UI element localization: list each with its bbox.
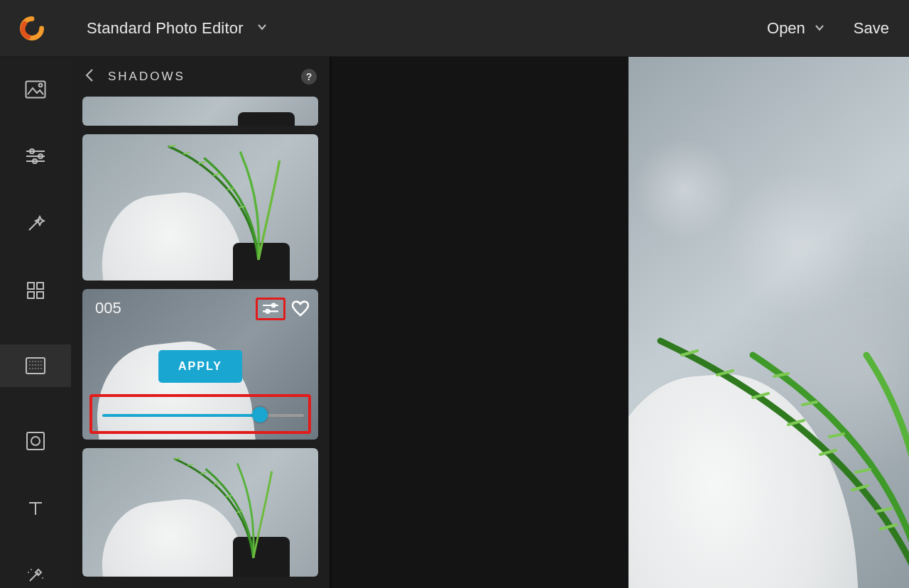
- svg-point-20: [35, 364, 36, 366]
- app-header: Standard Photo Editor Open Save: [0, 0, 909, 57]
- slider-track-filled: [102, 414, 260, 417]
- svg-point-29: [31, 437, 40, 445]
- svg-point-22: [40, 364, 42, 366]
- logo-icon: [20, 16, 44, 40]
- save-button[interactable]: Save: [854, 19, 889, 38]
- open-button[interactable]: Open: [767, 19, 825, 38]
- panel-header: SHADOWS ?: [71, 57, 330, 97]
- plant-icon: [134, 454, 299, 558]
- svg-point-13: [29, 361, 31, 362]
- svg-rect-8: [28, 283, 34, 289]
- app-logo: [20, 16, 44, 40]
- open-button-label: Open: [767, 19, 805, 38]
- highlight-box: [256, 298, 285, 320]
- presets-panel: SHADOWS ?: [71, 57, 332, 588]
- svg-point-26: [38, 368, 39, 369]
- svg-point-23: [29, 368, 31, 369]
- svg-rect-28: [27, 432, 44, 450]
- preview-image[interactable]: [628, 57, 909, 588]
- rail-lens[interactable]: [18, 428, 53, 454]
- chevron-left-icon: [84, 67, 95, 83]
- svg-point-18: [29, 364, 31, 366]
- svg-point-14: [32, 361, 33, 362]
- rail-presets[interactable]: [0, 344, 71, 387]
- plant-icon: [639, 312, 909, 588]
- svg-point-27: [40, 368, 42, 369]
- preset-card[interactable]: [82, 97, 318, 126]
- preset-card-actions: [256, 298, 310, 320]
- adjust-preset-button[interactable]: [261, 302, 280, 316]
- rail-adjust[interactable]: [18, 143, 53, 169]
- svg-rect-10: [28, 292, 34, 298]
- rail-grid[interactable]: [18, 278, 53, 303]
- svg-rect-9: [37, 283, 43, 289]
- heart-icon: [291, 300, 310, 317]
- svg-point-1: [39, 84, 43, 87]
- tool-rail: [0, 57, 72, 588]
- help-icon: ?: [306, 71, 312, 82]
- intensity-slider[interactable]: [102, 408, 298, 421]
- svg-point-24: [32, 368, 33, 369]
- save-button-label: Save: [854, 19, 889, 38]
- preset-id-label: 005: [95, 299, 121, 317]
- header-actions: Open Save: [767, 19, 889, 38]
- rail-text[interactable]: [18, 496, 53, 521]
- back-button[interactable]: [84, 67, 95, 86]
- rail-heal[interactable]: [18, 562, 53, 588]
- sliders-icon: [261, 302, 280, 316]
- app-root: Standard Photo Editor Open Save: [0, 0, 909, 588]
- chevron-down-icon: [256, 21, 268, 36]
- svg-point-30: [31, 569, 32, 570]
- svg-point-15: [35, 361, 36, 362]
- rail-image[interactable]: [18, 77, 53, 102]
- apply-button[interactable]: APPLY: [158, 350, 242, 383]
- preset-card-selected[interactable]: 005 APPLY: [82, 289, 318, 440]
- svg-point-31: [28, 572, 29, 573]
- preset-card[interactable]: [82, 448, 318, 577]
- canvas-area: [332, 57, 909, 588]
- svg-point-21: [38, 364, 39, 366]
- svg-point-25: [35, 368, 36, 369]
- svg-point-17: [40, 361, 42, 362]
- slider-handle[interactable]: [252, 407, 268, 423]
- svg-rect-11: [37, 292, 43, 298]
- intensity-slider-highlight: [89, 394, 311, 434]
- editor-mode-title: Standard Photo Editor: [87, 19, 244, 38]
- editor-mode-selector[interactable]: Standard Photo Editor: [87, 19, 268, 38]
- svg-rect-12: [26, 358, 45, 374]
- chevron-down-icon: [814, 19, 825, 38]
- svg-point-19: [32, 364, 33, 366]
- rail-magic[interactable]: [18, 210, 53, 236]
- help-button[interactable]: ?: [301, 69, 317, 85]
- preset-card[interactable]: [82, 134, 318, 281]
- plant-icon: [134, 141, 299, 260]
- svg-point-16: [38, 361, 39, 362]
- apply-button-label: APPLY: [178, 360, 222, 372]
- preset-list[interactable]: 005 APPLY: [71, 97, 330, 588]
- favorite-button[interactable]: [291, 300, 310, 317]
- panel-title: SHADOWS: [108, 70, 185, 84]
- svg-point-32: [42, 577, 43, 579]
